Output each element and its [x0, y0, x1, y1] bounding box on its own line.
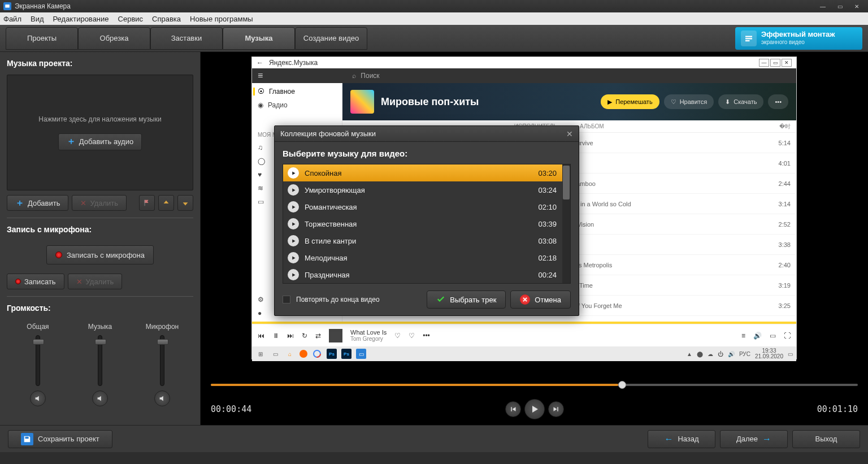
yx-max: ▭ — [770, 59, 780, 67]
minimize-button[interactable]: — — [815, 2, 831, 11]
back-button[interactable]: ←Назад — [648, 430, 715, 448]
shuffle-pill: ▶ Перемешать — [601, 94, 659, 109]
menu-service[interactable]: Сервис — [118, 15, 144, 23]
move-down-button[interactable] — [177, 195, 193, 211]
save-project-button[interactable]: Сохранить проект — [8, 430, 112, 448]
prev-icon: ⏮ — [258, 332, 264, 340]
volume-sliders: Общая Музыка Микрофон — [7, 323, 193, 406]
video-preview: ← Яндекс.Музыка —▭✕ ≡ ⌕ Поиск ⦿Главное ◉… — [201, 52, 868, 376]
arrow-right-icon: → — [762, 434, 771, 444]
play-icon[interactable] — [288, 269, 299, 280]
tab-create-video[interactable]: Создание видео — [295, 27, 367, 50]
tab-trim[interactable]: Обрезка — [78, 27, 150, 50]
timeline-thumb[interactable] — [618, 381, 626, 389]
svg-rect-0 — [5, 5, 10, 8]
play-icon[interactable] — [288, 252, 299, 263]
menubar: Файл Вид Редактирование Сервис Справка Н… — [0, 12, 868, 25]
dialog-title: Коллекция фоновой музыки — [280, 129, 376, 138]
track-scrollbar[interactable] — [562, 164, 570, 283]
menu-new-programs[interactable]: Новые программы — [190, 15, 253, 23]
record-icon — [15, 279, 21, 284]
volume-title: Громкость: — [7, 303, 193, 313]
promo-sub: экранного видео — [761, 39, 805, 45]
tabstrip: Проекты Обрезка Заставки Музыка Создание… — [0, 25, 868, 52]
tab-projects[interactable]: Проекты — [6, 27, 78, 50]
select-track-button[interactable]: Выбрать трек — [427, 290, 506, 309]
play-icon[interactable] — [288, 235, 299, 246]
shuffle-icon: ⇄ — [315, 332, 321, 340]
music-panel-title: Музыка проекта: — [7, 59, 193, 68]
start-icon: ⊞ — [255, 349, 266, 359]
main-area: ← Яндекс.Музыка —▭✕ ≡ ⌕ Поиск ⦿Главное ◉… — [201, 52, 868, 425]
maximize-button[interactable]: ▭ — [832, 2, 848, 11]
svg-rect-1 — [145, 200, 145, 206]
track-item[interactable]: Романтическая02:10 — [283, 198, 570, 215]
track-list[interactable]: Спокойная03:20Умиротворяющая03:24Романти… — [283, 164, 571, 284]
cancel-button[interactable]: Отмена — [510, 290, 571, 309]
record-button[interactable]: Записать — [7, 274, 64, 289]
track-item[interactable]: Умиротворяющая03:24 — [283, 181, 570, 198]
promo-title: Эффектный монтаж — [761, 31, 835, 38]
dialog-close-button[interactable]: ✕ — [566, 129, 573, 138]
dropzone-hint: Нажмите здесь для наложения музыки — [38, 115, 161, 123]
pause-icon: ⏸ — [272, 332, 279, 340]
menu-file[interactable]: Файл — [3, 15, 21, 23]
delete-button[interactable]: ✕Удалить — [72, 195, 127, 211]
flag-icon-button[interactable] — [139, 195, 155, 211]
play-button[interactable] — [524, 399, 545, 419]
window-title: Экранная Камера — [15, 2, 71, 10]
mute-mic-button[interactable] — [154, 391, 170, 406]
titlebar: Экранная Камера — ▭ ✕ — [0, 0, 868, 12]
close-button[interactable]: ✕ — [849, 2, 865, 11]
play-icon[interactable] — [288, 167, 299, 179]
promo-banner[interactable]: Эффектный монтажэкранного видео — [735, 27, 862, 50]
record-mic-button[interactable]: Записать с микрофона — [46, 245, 154, 264]
tray-date: 21.09.2020 — [755, 354, 783, 359]
next-icon: ⏭ — [287, 332, 294, 340]
add-button[interactable]: ＋Добавить — [7, 195, 68, 211]
timeline[interactable] — [201, 376, 868, 393]
track-item[interactable]: Праздничная00:24 — [283, 266, 570, 283]
play-icon[interactable] — [288, 201, 299, 213]
yx-nav-radio: ◉Радио — [258, 101, 336, 109]
add-audio-button[interactable]: ＋ Добавить аудио — [58, 133, 142, 150]
save-icon — [21, 433, 33, 445]
yx-nav-home: ⦿Главное — [253, 88, 336, 96]
move-up-button[interactable] — [158, 195, 174, 211]
prev-button[interactable] — [505, 401, 521, 417]
app-icon — [3, 2, 11, 10]
search-icon: ⌕ — [352, 72, 356, 80]
play-icon[interactable] — [288, 184, 299, 196]
more-pill: ••• — [768, 94, 788, 109]
menu-help[interactable]: Справка — [152, 15, 181, 23]
arrow-left-icon: ← — [664, 434, 673, 444]
track-item[interactable]: В стиле кантри03:08 — [283, 232, 570, 249]
yandex-app-title: Яндекс.Музыка — [269, 59, 318, 67]
tab-intros[interactable]: Заставки — [150, 27, 223, 50]
delete-recording-button[interactable]: ✕Удалить — [68, 274, 123, 289]
menu-edit[interactable]: Редактирование — [53, 15, 109, 23]
exit-button[interactable]: Выход — [792, 430, 860, 448]
track-item[interactable]: Торжественная03:39 — [283, 215, 570, 232]
slider-mic[interactable] — [160, 335, 164, 386]
music-collection-dialog: Коллекция фоновой музыки✕ Выберите музык… — [274, 125, 579, 316]
slider-label-master: Общая — [27, 323, 49, 331]
track-item[interactable]: Спокойная03:20 — [283, 164, 570, 181]
now-artist: Tom Gregory — [350, 336, 387, 342]
next-button[interactable] — [548, 401, 564, 417]
footer: Сохранить проект ←Назад Далее→ Выход — [0, 425, 868, 452]
next-button[interactable]: Далее→ — [720, 430, 788, 448]
slider-master[interactable] — [36, 335, 40, 386]
play-icon[interactable] — [288, 218, 299, 229]
repeat-checkbox[interactable] — [283, 296, 290, 303]
menu-view[interactable]: Вид — [31, 15, 44, 23]
tab-music[interactable]: Музыка — [223, 27, 295, 50]
yx-min: — — [759, 59, 769, 67]
music-dropzone[interactable]: Нажмите здесь для наложения музыки ＋ Доб… — [7, 75, 193, 190]
mute-music-button[interactable] — [92, 391, 108, 406]
mute-master-button[interactable] — [30, 391, 46, 406]
tray-lang: РУС — [739, 351, 750, 357]
slider-music[interactable] — [98, 335, 102, 386]
track-item[interactable]: Мелодичная02:18 — [283, 249, 570, 266]
hamburger-icon: ≡ — [258, 71, 263, 81]
